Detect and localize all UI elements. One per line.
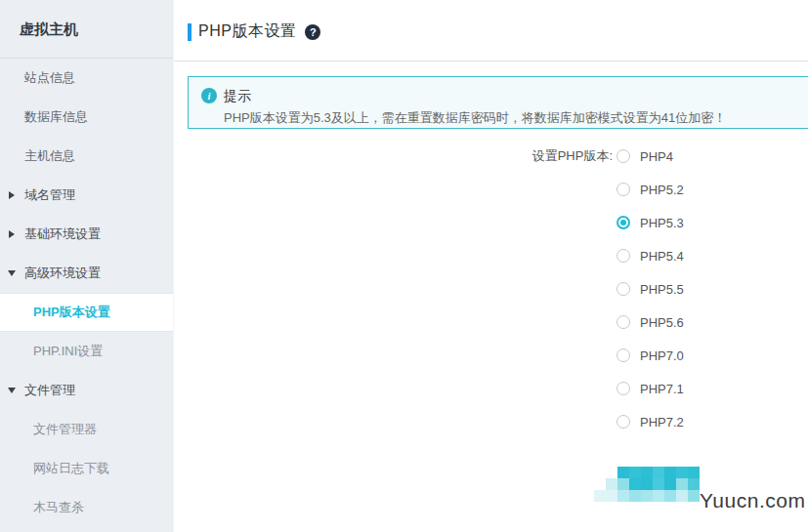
mosaic-cell bbox=[629, 467, 641, 478]
mosaic-cell bbox=[688, 490, 700, 502]
sidebar-item[interactable]: PHP.INI设置 bbox=[0, 332, 173, 371]
sidebar: 虚拟主机 站点信息数据库信息主机信息域名管理基础环境设置高级环境设置PHP版本设… bbox=[0, 0, 174, 532]
mosaic-cell bbox=[629, 478, 641, 490]
notice-message: PHP版本设置为5.3及以上，需在重置数据库密码时，将数据库加密模式设置为41位… bbox=[224, 109, 726, 127]
mosaic-cell bbox=[606, 490, 617, 502]
mosaic-cell bbox=[594, 478, 606, 490]
radio-option-label: PHP5.4 bbox=[640, 249, 684, 264]
watermark: Yuucn.com bbox=[700, 489, 805, 512]
radio-option[interactable]: PHP5.2 bbox=[617, 173, 684, 206]
mosaic-cell bbox=[617, 490, 629, 502]
mosaic-cell bbox=[606, 478, 617, 490]
radio-icon[interactable] bbox=[617, 415, 630, 429]
sidebar-item-label: 基础环境设置 bbox=[24, 215, 101, 254]
radio-icon[interactable] bbox=[617, 183, 630, 196]
radio-option-label: PHP4 bbox=[640, 149, 673, 164]
mosaic-cell bbox=[688, 467, 700, 478]
radio-icon[interactable] bbox=[617, 315, 630, 329]
notice-title: 提示 bbox=[224, 88, 251, 105]
mosaic-cell bbox=[653, 490, 664, 502]
triangle-down-icon bbox=[8, 388, 16, 393]
sidebar-item[interactable]: 文件管理器 bbox=[0, 410, 173, 449]
notice-box: i 提示 PHP版本设置为5.3及以上，需在重置数据库密码时，将数据库加密模式设… bbox=[188, 76, 808, 129]
sidebar-item[interactable]: PHP版本设置 bbox=[0, 293, 173, 332]
mosaic-cell bbox=[629, 490, 641, 502]
triangle-right-icon bbox=[9, 191, 15, 199]
triangle-down-icon bbox=[8, 270, 16, 276]
radio-option-label: PHP5.2 bbox=[640, 183, 684, 197]
php-version-options: PHP4PHP5.2PHP5.3PHP5.4PHP5.5PHP5.6PHP7.0… bbox=[617, 140, 684, 438]
sidebar-item-label: 域名管理 bbox=[24, 176, 75, 215]
sidebar-item-label: 网站日志下载 bbox=[33, 449, 109, 488]
mosaic-cell bbox=[676, 478, 688, 490]
radio-icon[interactable] bbox=[617, 282, 630, 296]
radio-option-label: PHP7.0 bbox=[640, 348, 684, 363]
sidebar-item[interactable]: 主机信息 bbox=[0, 137, 173, 176]
mosaic-cell bbox=[664, 467, 676, 478]
title-divider bbox=[174, 61, 808, 61]
radio-option[interactable]: PHP7.1 bbox=[617, 372, 684, 405]
mosaic-cell bbox=[664, 478, 676, 490]
mosaic-cell bbox=[688, 478, 700, 490]
radio-icon[interactable] bbox=[617, 249, 630, 263]
sidebar-item-label: 文件管理器 bbox=[33, 410, 97, 449]
sidebar-item-label: PHP版本设置 bbox=[33, 293, 110, 332]
help-icon[interactable]: ? bbox=[305, 24, 320, 40]
main-content: PHP版本设置 ? i 提示 PHP版本设置为5.3及以上，需在重置数据库密码时… bbox=[174, 0, 808, 532]
sidebar-item[interactable]: 文件管理 bbox=[0, 371, 173, 410]
mosaic-cell bbox=[617, 467, 629, 478]
mosaic-cell bbox=[664, 490, 676, 502]
radio-option[interactable]: PHP5.5 bbox=[617, 272, 684, 306]
radio-option-label: PHP5.6 bbox=[640, 315, 684, 330]
radio-option[interactable]: PHP5.4 bbox=[617, 239, 684, 272]
sidebar-item[interactable]: 木马查杀 bbox=[0, 488, 173, 527]
sidebar-item[interactable]: 网站日志下载 bbox=[0, 449, 173, 488]
sidebar-item-label: 站点信息 bbox=[24, 59, 75, 98]
mosaic-cell bbox=[653, 467, 664, 478]
radio-icon[interactable] bbox=[617, 149, 630, 163]
mosaic-cell bbox=[676, 490, 688, 502]
sidebar-title: 虚拟主机 bbox=[0, 0, 173, 59]
sidebar-item-label: 高级环境设置 bbox=[24, 254, 101, 293]
radio-option-label: PHP7.1 bbox=[640, 382, 684, 396]
page-title-bar: PHP版本设置 ? bbox=[188, 21, 320, 42]
radio-option[interactable]: PHP5.6 bbox=[617, 306, 684, 339]
mosaic-cell bbox=[676, 467, 688, 478]
sidebar-item[interactable]: 域名管理 bbox=[0, 176, 173, 215]
sidebar-item-label: 数据库信息 bbox=[24, 98, 88, 137]
mosaic-cell bbox=[641, 490, 653, 502]
radio-option-label: PHP7.2 bbox=[640, 415, 684, 430]
info-icon: i bbox=[201, 88, 217, 103]
radio-option[interactable]: PHP7.2 bbox=[617, 405, 684, 438]
radio-option[interactable]: PHP7.0 bbox=[617, 339, 684, 372]
mosaic-cell bbox=[594, 490, 606, 502]
mosaic-cell bbox=[617, 478, 629, 490]
triangle-right-icon bbox=[9, 230, 15, 238]
sidebar-item[interactable]: 站点信息 bbox=[0, 59, 173, 98]
sidebar-item[interactable]: 高级环境设置 bbox=[0, 254, 173, 293]
mosaic-cell bbox=[641, 478, 653, 490]
sidebar-item[interactable]: 数据库信息 bbox=[0, 98, 173, 137]
sidebar-menu: 站点信息数据库信息主机信息域名管理基础环境设置高级环境设置PHP版本设置PHP.… bbox=[0, 59, 173, 527]
sidebar-item-label: 木马查杀 bbox=[33, 488, 84, 527]
radio-selected-icon[interactable] bbox=[617, 216, 630, 229]
censored-button[interactable] bbox=[594, 467, 700, 502]
sidebar-item-label: 主机信息 bbox=[24, 137, 75, 176]
radio-icon[interactable] bbox=[617, 382, 630, 395]
sidebar-item[interactable]: 基础环境设置 bbox=[0, 215, 173, 254]
radio-option-label: PHP5.3 bbox=[640, 216, 684, 230]
mosaic-cell bbox=[653, 478, 664, 490]
radio-option[interactable]: PHP4 bbox=[617, 140, 684, 173]
sidebar-item-label: 文件管理 bbox=[24, 371, 75, 410]
mosaic-cell bbox=[641, 467, 653, 478]
radio-option[interactable]: PHP5.3 bbox=[617, 206, 684, 239]
sidebar-item-label: PHP.INI设置 bbox=[33, 332, 103, 371]
radio-option-label: PHP5.5 bbox=[640, 282, 684, 297]
radio-icon[interactable] bbox=[617, 348, 630, 362]
php-version-form-label: 设置PHP版本: bbox=[462, 140, 613, 173]
mosaic-cell bbox=[594, 467, 606, 478]
title-accent-bar bbox=[188, 23, 191, 41]
page-title: PHP版本设置 bbox=[198, 21, 296, 42]
mosaic-cell bbox=[606, 467, 617, 478]
